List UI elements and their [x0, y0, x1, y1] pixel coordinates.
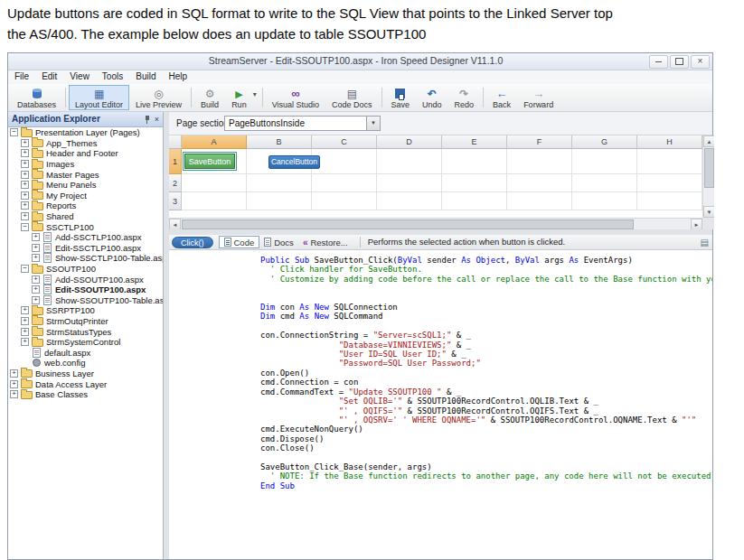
expand-icon[interactable]: +: [21, 171, 29, 179]
grid-cell-f2[interactable]: [507, 174, 572, 192]
grid-horizontal-scrollbar[interactable]: ◄ ►: [169, 218, 702, 229]
scroll-down-icon[interactable]: ▼: [703, 206, 714, 218]
expand-icon[interactable]: +: [21, 328, 29, 336]
row-header-3[interactable]: 3: [169, 192, 182, 210]
toolbar-back[interactable]: Back: [486, 85, 517, 110]
vertical-scrollbar-thumb[interactable]: [704, 148, 714, 188]
tree-item-strmstatustypes[interactable]: +StrmStatusTypes: [8, 326, 163, 337]
minimize-button[interactable]: [649, 55, 668, 69]
expand-icon[interactable]: +: [21, 149, 29, 157]
grid-cell-g2[interactable]: [572, 174, 637, 192]
toolbar-undo[interactable]: Undo: [416, 85, 448, 110]
column-header-g[interactable]: G: [572, 135, 637, 149]
expand-icon[interactable]: +: [32, 275, 40, 284]
grid-cell-h1[interactable]: [637, 149, 702, 174]
grid-cell-h3[interactable]: [637, 192, 702, 210]
restore-button[interactable]: « Restore...: [298, 236, 353, 248]
tree-item-base-classes[interactable]: +Base Classes: [8, 389, 163, 400]
grid-cell-b3[interactable]: [247, 192, 312, 210]
menu-file[interactable]: File: [8, 70, 35, 82]
expand-icon[interactable]: +: [21, 181, 29, 189]
grid-cell-h2[interactable]: [637, 174, 702, 192]
cancel-button-control[interactable]: CancelButton: [268, 155, 320, 169]
toolbar-forward[interactable]: Forward: [517, 85, 560, 110]
expand-icon[interactable]: +: [10, 390, 18, 398]
grid-cell-d2[interactable]: [377, 174, 442, 192]
expand-icon[interactable]: +: [21, 201, 29, 210]
menu-build[interactable]: Build: [129, 70, 162, 82]
tree-item-show-ssoutp100-table-aspx[interactable]: +Show-SSOUTP100-Table.aspx: [8, 295, 163, 306]
row-header-1[interactable]: 1: [169, 149, 182, 174]
horizontal-scrollbar-thumb[interactable]: [182, 219, 634, 229]
tree-item-edit-ssctlp100-aspx[interactable]: +Edit-SSCTLP100.aspx: [8, 243, 163, 254]
expand-icon[interactable]: +: [32, 285, 40, 294]
toolbar-layout-editor[interactable]: Layout Editor: [69, 85, 129, 110]
expand-icon[interactable]: +: [21, 317, 29, 325]
tree-item-strmoutqprinter[interactable]: +StrmOutqPrinter: [8, 316, 163, 327]
scroll-right-icon[interactable]: ►: [691, 219, 702, 229]
grid-cell-d3[interactable]: [377, 192, 442, 210]
expand-icon[interactable]: +: [32, 296, 40, 304]
panel-close-icon[interactable]: ×: [155, 115, 159, 124]
grid-cell-g1[interactable]: [572, 149, 637, 174]
grid-cell-e3[interactable]: [442, 192, 507, 210]
grid-cell-c3[interactable]: [312, 192, 377, 210]
toolbar-redo[interactable]: Redo: [448, 85, 481, 110]
expand-icon[interactable]: +: [10, 380, 18, 388]
tree-item-strmsystemcontrol[interactable]: +StrmSystemControl: [8, 337, 163, 348]
grid-cell-b2[interactable]: [247, 174, 312, 192]
grid-cell-e1[interactable]: [442, 149, 507, 174]
scroll-up-icon[interactable]: ▲: [703, 135, 714, 147]
tab-docs[interactable]: Docs: [259, 236, 298, 248]
collapse-icon[interactable]: −: [21, 223, 29, 231]
grid-cell-d1[interactable]: [377, 149, 442, 174]
tree-item-web-config[interactable]: web.config: [8, 358, 163, 369]
column-header-b[interactable]: B: [247, 135, 312, 149]
toolbar-save[interactable]: Save: [385, 85, 417, 110]
grid-cell-c1[interactable]: [312, 149, 377, 174]
tree-item-add-ssoutp100-aspx[interactable]: +Add-SSOUTP100.aspx: [8, 274, 163, 285]
toolbar-run[interactable]: Run: [225, 85, 253, 110]
tree-item-business-layer[interactable]: +Business Layer: [8, 369, 163, 379]
tree-item-edit-ssoutp100-aspx[interactable]: +Edit-SSOUTP100.aspx: [8, 285, 163, 295]
menu-tools[interactable]: Tools: [96, 70, 129, 82]
tree-item-ssctlp100[interactable]: −SSCTLP100: [8, 221, 163, 232]
close-button[interactable]: ×: [691, 55, 710, 69]
grid-vertical-scrollbar[interactable]: ▲ ▼: [702, 135, 714, 218]
panel-menu-icon[interactable]: ▤: [701, 238, 709, 247]
column-header-e[interactable]: E: [442, 135, 507, 149]
expand-icon[interactable]: +: [10, 369, 18, 378]
column-header-h[interactable]: H: [637, 135, 702, 149]
tree-item-ssoutp100[interactable]: −SSOUTP100: [8, 264, 163, 275]
tree-item-master-pages[interactable]: +Master Pages: [8, 169, 163, 180]
page-section-dropdown[interactable]: PageButtonsInside ▼: [224, 116, 381, 131]
expand-icon[interactable]: +: [21, 160, 29, 168]
collapse-icon[interactable]: −: [10, 128, 18, 136]
grid-cell-g3[interactable]: [572, 192, 637, 210]
expand-icon[interactable]: +: [21, 306, 29, 314]
code-editor[interactable]: Public Sub SaveButton_Click(ByVal sender…: [169, 250, 712, 559]
tree-item-app-themes[interactable]: +App_Themes: [8, 138, 163, 149]
menu-edit[interactable]: Edit: [35, 70, 63, 82]
maximize-button[interactable]: [670, 55, 689, 69]
tree-item-default-aspx[interactable]: default.aspx: [8, 347, 163, 358]
grid-cell-a3[interactable]: [182, 192, 247, 210]
save-button-control[interactable]: SaveButton: [184, 154, 235, 169]
menu-help[interactable]: Help: [162, 70, 193, 82]
tree-item-shared[interactable]: +Shared: [8, 211, 163, 222]
toolbar-live-preview[interactable]: Live Preview: [129, 85, 188, 110]
toolbar-build[interactable]: Build: [194, 85, 225, 110]
expand-icon[interactable]: +: [21, 212, 29, 220]
tree-item-header-and-footer[interactable]: +Header and Footer: [8, 148, 163, 159]
tree-item-add-ssctlp100-aspx[interactable]: +Add-SSCTLP100.aspx: [8, 232, 163, 243]
run-dropdown-caret[interactable]: ▾: [253, 90, 259, 106]
grid-cell-a2[interactable]: [182, 174, 247, 192]
click-event-button[interactable]: Click(): [172, 237, 213, 248]
column-header-f[interactable]: F: [507, 135, 572, 149]
grid-cell-c2[interactable]: [312, 174, 377, 192]
tree-item-ssrptp100[interactable]: +SSRPTP100: [8, 305, 163, 316]
row-header-2[interactable]: 2: [169, 174, 182, 192]
tree-item-presentation-layer-pages[interactable]: −Presentation Layer (Pages): [8, 127, 163, 138]
expand-icon[interactable]: +: [32, 254, 40, 262]
tab-code[interactable]: Code: [219, 236, 260, 248]
